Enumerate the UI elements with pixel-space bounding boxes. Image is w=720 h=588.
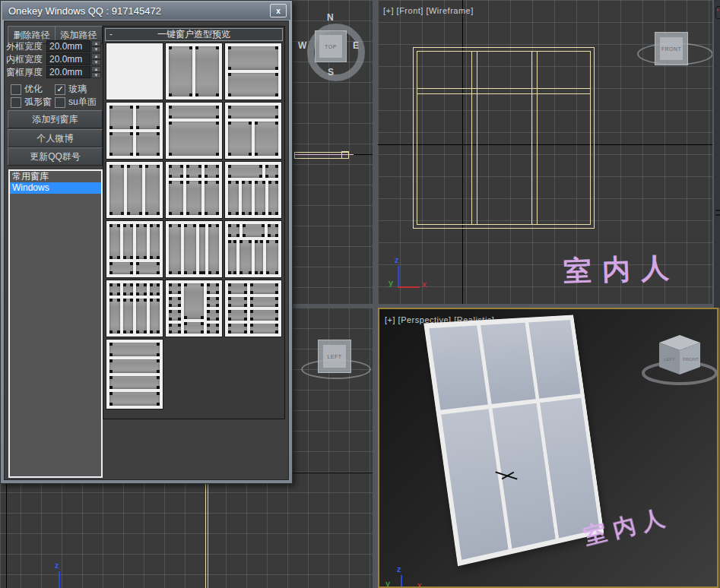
window-preview-thumbnail[interactable] bbox=[224, 161, 282, 219]
glass-pane bbox=[123, 283, 134, 296]
window-library-list[interactable]: 常用窗库Windows bbox=[8, 169, 103, 478]
library-list-item[interactable]: Windows bbox=[10, 182, 101, 194]
window-preview-thumbnail[interactable] bbox=[224, 220, 282, 278]
add-to-library-button[interactable]: 添加到窗库 bbox=[8, 110, 103, 128]
glass-pane bbox=[243, 224, 265, 237]
outer-frame-width-label: 外框宽度 bbox=[6, 40, 46, 53]
glass-pane bbox=[109, 106, 133, 129]
glass-pane bbox=[150, 224, 160, 259]
window-preview-thumbnail[interactable] bbox=[106, 102, 163, 160]
compass-north-label[interactable]: N bbox=[327, 12, 334, 23]
glass-pane bbox=[255, 240, 263, 274]
pane-group bbox=[228, 224, 278, 274]
glass-pane bbox=[169, 181, 183, 215]
glass-pane bbox=[250, 324, 278, 334]
glass-pane bbox=[268, 224, 279, 237]
window-preview-thumbnail[interactable] bbox=[224, 280, 282, 337]
optimize-checkbox[interactable] bbox=[11, 84, 21, 95]
viewport-perspective[interactable]: [+] [Perspective] [Realistic] bbox=[378, 308, 718, 588]
spinner-down-icon[interactable]: ▼ bbox=[91, 46, 101, 52]
glass-pane bbox=[169, 310, 181, 321]
perspective-viewcube[interactable]: LEFT FRONT bbox=[638, 329, 718, 390]
spinner-up-icon[interactable]: ▲ bbox=[91, 66, 101, 72]
preview-rollout-header[interactable]: - 一键窗户造型预览 bbox=[105, 28, 283, 41]
window-preview-thumbnail[interactable] bbox=[106, 220, 163, 278]
window-preview-thumbnail[interactable] bbox=[165, 280, 223, 337]
glass-pane bbox=[136, 262, 160, 274]
glass-pane bbox=[228, 224, 239, 237]
window-3d-model[interactable] bbox=[423, 315, 604, 567]
window-preview-thumbnail[interactable] bbox=[106, 43, 163, 100]
persp-axis-x-label: x bbox=[417, 580, 422, 588]
glass-checkbox[interactable]: ✓ bbox=[55, 84, 65, 95]
viewcube-top[interactable]: TOP bbox=[315, 30, 347, 62]
preview-title: 一键窗户造型预览 bbox=[157, 28, 230, 41]
window-preview-thumbnail[interactable] bbox=[165, 102, 223, 160]
close-icon[interactable]: x bbox=[270, 4, 287, 17]
pane-group bbox=[109, 106, 160, 129]
viewport-front[interactable]: [+] [Front] [Wireframe] FRONT 室内人 z x y bbox=[378, 0, 712, 304]
su-single-face-checkbox[interactable] bbox=[55, 97, 65, 108]
update-qq-group-button[interactable]: 更新QQ群号 bbox=[8, 147, 103, 166]
library-list-item[interactable]: 常用窗库 bbox=[10, 171, 101, 182]
dialog-titlebar[interactable]: Onekey Windows QQ : 917145472 bbox=[2, 2, 290, 20]
collapse-icon[interactable]: - bbox=[109, 29, 113, 40]
compass-east-label[interactable]: E bbox=[353, 40, 359, 51]
glass-label: 玻璃 bbox=[68, 83, 87, 96]
optimize-label: 优化 bbox=[24, 83, 43, 96]
spinner-up-icon[interactable]: ▲ bbox=[91, 53, 101, 59]
glass-pane bbox=[184, 224, 196, 274]
glass-pane bbox=[195, 46, 219, 96]
3dsmax-workspace: N W E S TOP [+] [Front] [Wireframe] FRON… bbox=[0, 0, 720, 588]
glass-pane bbox=[268, 181, 279, 215]
front-axis-z-line bbox=[398, 266, 399, 287]
compass-west-label[interactable]: W bbox=[298, 40, 306, 51]
pane-group bbox=[207, 283, 219, 334]
window-wireframe[interactable] bbox=[413, 47, 595, 229]
glass-pane bbox=[169, 297, 181, 308]
pane-group bbox=[169, 181, 219, 215]
spinner-down-icon[interactable]: ▼ bbox=[91, 59, 101, 65]
spinner-up-icon[interactable]: ▲ bbox=[91, 40, 101, 46]
left-viewcube[interactable]: LEFT bbox=[318, 340, 351, 373]
onekey-windows-dialog[interactable]: Onekey Windows QQ : 917145472 x 删除路径 添加路… bbox=[0, 0, 293, 484]
front-viewcube[interactable]: FRONT bbox=[655, 32, 688, 65]
personal-weibo-button[interactable]: 个人微博 bbox=[8, 129, 103, 147]
spinner-down-icon[interactable]: ▼ bbox=[91, 72, 101, 78]
window-preview-thumbnail[interactable] bbox=[165, 161, 223, 219]
glass-pane bbox=[109, 262, 133, 274]
inner-frame-width-field[interactable]: 20.0mm bbox=[46, 53, 90, 65]
frame-thickness-row: 窗框厚度 20.0mm ▲▼ bbox=[6, 66, 101, 78]
pane-group bbox=[169, 165, 219, 178]
glass-pane bbox=[169, 106, 219, 119]
model-glass-pane bbox=[481, 323, 536, 404]
glass-pane bbox=[169, 46, 192, 96]
window-preview-thumbnail[interactable] bbox=[224, 43, 282, 100]
window-preview-thumbnail[interactable] bbox=[106, 280, 163, 337]
glass-pane bbox=[184, 283, 203, 319]
arc-window-checkbox[interactable] bbox=[11, 97, 21, 108]
window-preview-thumbnail[interactable] bbox=[106, 161, 163, 219]
leftvp-axis-z-label: z bbox=[55, 561, 59, 570]
window-preview-thumbnail[interactable] bbox=[224, 102, 282, 160]
glass-pane bbox=[136, 132, 160, 156]
glass-pane bbox=[136, 283, 147, 296]
glass-pane bbox=[109, 132, 133, 156]
arc-window-label: 弧形窗 bbox=[24, 96, 52, 109]
pane-group bbox=[169, 46, 219, 96]
front-viewport-label[interactable]: [+] [Front] [Wireframe] bbox=[383, 6, 474, 15]
persp-axis-z-label: z bbox=[397, 564, 401, 574]
glass-pane bbox=[228, 165, 262, 178]
glass-pane bbox=[109, 392, 160, 406]
window-preview-thumbnail[interactable] bbox=[165, 43, 223, 100]
window-preview-thumbnail[interactable] bbox=[106, 339, 163, 409]
pane-group bbox=[169, 283, 181, 334]
pane-group bbox=[228, 165, 278, 215]
frame-thickness-field[interactable]: 20.0mm bbox=[46, 66, 90, 78]
outer-frame-width-field[interactable]: 20.0mm bbox=[46, 40, 90, 52]
glass-pane bbox=[123, 224, 134, 259]
glass-pane bbox=[136, 299, 147, 334]
compass-south-label[interactable]: S bbox=[328, 67, 334, 77]
window-preview-thumbnail[interactable] bbox=[165, 220, 223, 278]
pane-group bbox=[109, 165, 160, 215]
